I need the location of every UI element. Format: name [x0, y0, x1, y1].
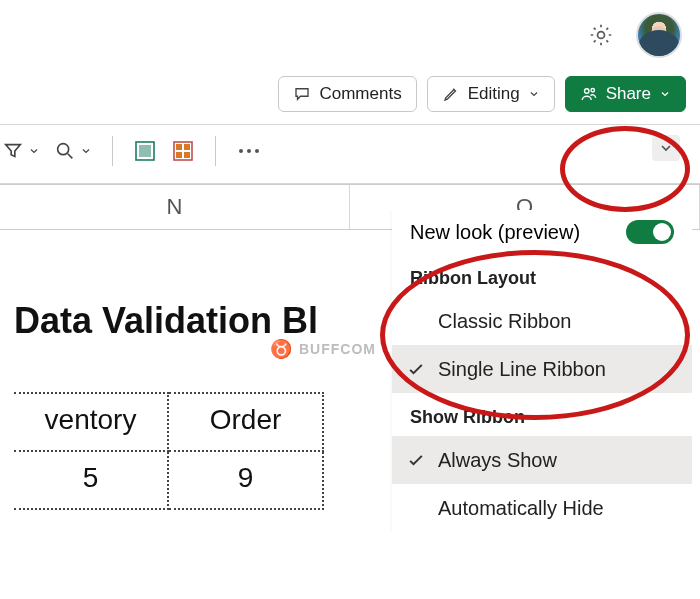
chevron-down-icon [528, 88, 540, 100]
more-button[interactable] [236, 141, 262, 161]
data-table: ventory Order 5 9 [14, 392, 324, 510]
comment-icon [293, 85, 311, 103]
table-header-row: ventory Order [14, 392, 324, 452]
comments-button[interactable]: Comments [278, 76, 416, 112]
check-icon [406, 450, 426, 470]
option-always-show[interactable]: Always Show [392, 436, 692, 484]
funnel-icon [2, 140, 24, 162]
table-cell[interactable]: 9 [169, 452, 324, 510]
table-header-cell[interactable]: Order [169, 392, 324, 452]
column-header-n[interactable]: N [0, 185, 350, 229]
svg-rect-8 [184, 144, 190, 150]
gear-icon[interactable] [588, 22, 614, 48]
toolbar-separator [215, 136, 216, 166]
addin-button-1[interactable] [133, 139, 157, 163]
chevron-down-icon [659, 88, 671, 100]
section-ribbon-layout: Ribbon Layout [392, 254, 692, 297]
new-look-toggle-row: New look (preview) [392, 210, 692, 254]
search-icon [54, 140, 76, 162]
svg-rect-7 [176, 144, 182, 150]
svg-point-3 [58, 144, 69, 155]
svg-rect-10 [184, 152, 190, 158]
share-label: Share [606, 84, 651, 104]
editing-button[interactable]: Editing [427, 76, 555, 112]
filter-dropdown[interactable] [2, 140, 40, 162]
svg-point-13 [255, 149, 259, 153]
addin-icon [133, 139, 157, 163]
chevron-down-icon [658, 140, 674, 156]
chevron-down-icon [80, 145, 92, 157]
table-row: 5 9 [14, 452, 324, 510]
comments-label: Comments [319, 84, 401, 104]
avatar[interactable] [636, 12, 682, 58]
svg-point-0 [598, 32, 605, 39]
option-classic-ribbon[interactable]: Classic Ribbon [392, 297, 692, 345]
ellipsis-icon [236, 141, 262, 161]
option-automatically-hide[interactable]: Automatically Hide [392, 484, 692, 532]
new-look-label: New look (preview) [410, 221, 580, 244]
svg-point-12 [247, 149, 251, 153]
title-bar [0, 0, 700, 70]
svg-point-11 [239, 149, 243, 153]
watermark-text: BUFFCOM [299, 341, 376, 357]
ribbon-options-button[interactable] [652, 135, 680, 161]
action-bar: Comments Editing Share [0, 70, 700, 118]
watermark: ♉ BUFFCOM [270, 338, 376, 360]
find-dropdown[interactable] [54, 140, 92, 162]
ribbon-toolbar [0, 125, 700, 177]
editing-label: Editing [468, 84, 520, 104]
table-header-cell[interactable]: ventory [14, 392, 169, 452]
svg-point-1 [584, 89, 589, 94]
svg-rect-5 [139, 145, 151, 157]
check-icon [406, 359, 426, 379]
chevron-down-icon [28, 145, 40, 157]
option-single-line-ribbon[interactable]: Single Line Ribbon [392, 345, 692, 393]
toolbar-separator [112, 136, 113, 166]
bull-logo-icon: ♉ [270, 338, 293, 360]
svg-point-2 [591, 89, 594, 92]
svg-rect-9 [176, 152, 182, 158]
table-cell[interactable]: 5 [14, 452, 169, 510]
addin-button-2[interactable] [171, 139, 195, 163]
share-people-icon [580, 85, 598, 103]
new-look-toggle[interactable] [626, 220, 674, 244]
pencil-icon [442, 85, 460, 103]
section-show-ribbon: Show Ribbon [392, 393, 692, 436]
grid-color-icon [171, 139, 195, 163]
share-button[interactable]: Share [565, 76, 686, 112]
ribbon-options-menu: New look (preview) Ribbon Layout Classic… [392, 210, 692, 532]
